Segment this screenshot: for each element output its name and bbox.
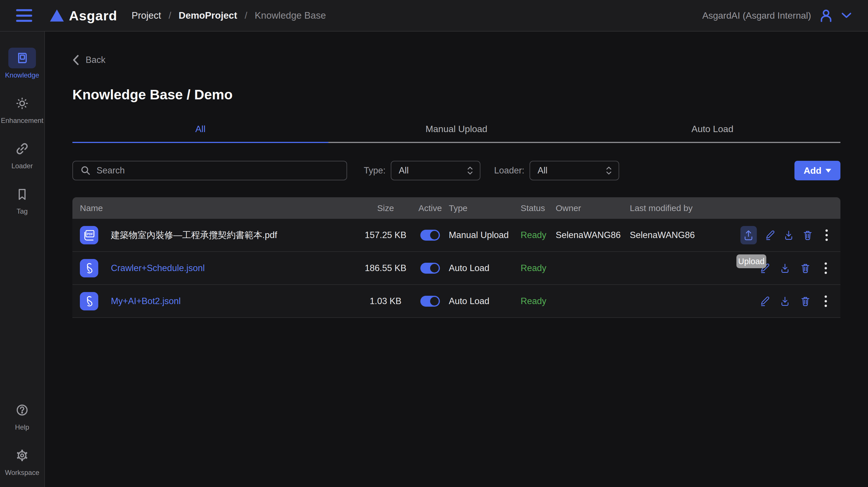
- filter-bar: Type: All Loader: All Add: [72, 161, 840, 180]
- logo-triangle-icon: [50, 9, 64, 22]
- sidebar-item-label: Workspace: [5, 468, 39, 477]
- sidebar-item-label: Enhancement: [1, 117, 43, 125]
- file-size: 186.55 KB: [360, 263, 411, 273]
- upload-button[interactable]: [740, 226, 757, 245]
- delete-button[interactable]: [799, 295, 812, 308]
- file-name-link[interactable]: Crawler+Schedule.jsonl: [111, 263, 205, 273]
- sidebar-item-help[interactable]: Help: [8, 400, 36, 431]
- type-filter-label: Type:: [364, 165, 385, 176]
- delete-button[interactable]: [799, 262, 812, 275]
- upload-icon: [742, 229, 755, 241]
- status-badge: Ready: [521, 230, 556, 240]
- search-icon: [81, 165, 91, 176]
- edit-button[interactable]: [764, 229, 776, 242]
- search-input[interactable]: [97, 165, 339, 176]
- sidebar-item-workspace[interactable]: Workspace: [5, 445, 39, 477]
- sidebar-item-knowledge[interactable]: Knowledge: [5, 48, 39, 79]
- delete-button[interactable]: [802, 229, 813, 242]
- table-row: PDF 建築物室內裝修—工程承攬契約書範本.pdf 157.25 KB Manu…: [72, 219, 840, 252]
- loader-filter-value: All: [537, 165, 547, 176]
- breadcrumb: Project / DemoProject / Knowledge Base: [132, 10, 326, 21]
- status-badge: Ready: [521, 296, 556, 306]
- jsonl-file-icon: [80, 259, 98, 278]
- active-toggle[interactable]: [420, 296, 440, 307]
- active-toggle[interactable]: [420, 230, 440, 240]
- hamburger-menu-icon[interactable]: [16, 9, 32, 22]
- caret-down-icon: [826, 169, 831, 172]
- main-content: Back Knowledge Base / Demo All Manual Up…: [45, 32, 868, 487]
- book-icon: [15, 51, 29, 65]
- more-actions-button[interactable]: [819, 262, 832, 275]
- select-chevrons-icon: [606, 166, 612, 175]
- file-type: Auto Load: [449, 296, 521, 306]
- sidebar-item-label: Tag: [17, 207, 28, 215]
- gear-icon: [15, 449, 29, 462]
- more-actions-button[interactable]: [819, 295, 832, 308]
- app-name: Asgard: [69, 8, 117, 24]
- app-logo: Asgard: [50, 8, 117, 24]
- tab-all[interactable]: All: [72, 124, 329, 143]
- file-last-modified-by: SelenaWANG86: [630, 230, 740, 240]
- sidebar-item-tag[interactable]: Tag: [8, 184, 36, 215]
- add-button[interactable]: Add: [795, 161, 840, 180]
- file-type: Manual Upload: [449, 230, 521, 240]
- page-title: Knowledge Base / Demo: [72, 87, 840, 102]
- column-header-last-modified-by: Last modified by: [630, 203, 740, 213]
- sidebar-item-enhancement[interactable]: Enhancement: [1, 93, 43, 125]
- table-row: My+AI+Bot2.jsonl 1.03 KB Auto Load Ready: [72, 285, 840, 318]
- download-button[interactable]: [783, 229, 795, 242]
- more-actions-button[interactable]: [820, 229, 832, 242]
- breadcrumb-demoproject[interactable]: DemoProject: [179, 10, 237, 21]
- loader-filter-select[interactable]: All: [530, 161, 619, 180]
- select-chevrons-icon: [467, 166, 473, 175]
- account-label: AsgardAI (Asgard Internal): [702, 10, 811, 21]
- back-button[interactable]: Back: [72, 55, 105, 65]
- download-button[interactable]: [778, 295, 792, 308]
- jsonl-file-icon: [80, 292, 98, 311]
- file-name: 建築物室內裝修—工程承攬契約書範本.pdf: [111, 229, 277, 241]
- sidebar: Knowledge Enhancement Loader Tag: [0, 32, 45, 487]
- upload-tooltip: Upload: [736, 254, 766, 268]
- knowledge-table: Name Size Active Type Status Owner Last …: [72, 197, 840, 318]
- column-header-size: Size: [360, 203, 411, 213]
- search-box[interactable]: [72, 161, 347, 180]
- tab-bar: All Manual Upload Auto Load: [72, 124, 840, 143]
- column-header-type: Type: [449, 203, 521, 213]
- column-header-name: Name: [72, 203, 360, 213]
- svg-text:PDF: PDF: [87, 232, 93, 236]
- status-badge: Ready: [521, 263, 556, 273]
- active-toggle[interactable]: [420, 263, 440, 274]
- table-header-row: Name Size Active Type Status Owner Last …: [72, 197, 840, 219]
- file-owner: SelenaWANG86: [556, 230, 630, 240]
- chevron-down-icon[interactable]: [841, 12, 852, 19]
- column-header-active: Active: [411, 203, 449, 213]
- breadcrumb-knowledge-base: Knowledge Base: [255, 10, 326, 21]
- breadcrumb-project[interactable]: Project: [132, 10, 161, 21]
- add-button-label: Add: [804, 165, 822, 176]
- sidebar-item-label: Knowledge: [5, 71, 39, 79]
- sidebar-item-label: Loader: [11, 162, 33, 170]
- table-row: Crawler+Schedule.jsonl 186.55 KB Auto Lo…: [72, 252, 840, 285]
- chevron-left-icon: [72, 55, 79, 65]
- back-label: Back: [86, 55, 105, 65]
- download-button[interactable]: [778, 262, 792, 275]
- pdf-file-icon: PDF: [80, 226, 98, 245]
- top-bar: Asgard Project / DemoProject / Knowledge…: [0, 0, 868, 32]
- tab-manual-upload[interactable]: Manual Upload: [329, 124, 584, 143]
- tab-auto-load[interactable]: Auto Load: [584, 124, 840, 143]
- sun-icon: [15, 96, 29, 110]
- sidebar-item-loader[interactable]: Loader: [8, 138, 36, 170]
- file-type: Auto Load: [449, 263, 521, 273]
- link-icon: [15, 142, 29, 156]
- help-circle-icon: [15, 403, 29, 417]
- edit-button[interactable]: [758, 295, 771, 308]
- file-name-link[interactable]: My+AI+Bot2.jsonl: [111, 296, 181, 306]
- type-filter-select[interactable]: All: [391, 161, 480, 180]
- breadcrumb-separator: /: [245, 10, 247, 21]
- user-icon[interactable]: [818, 8, 834, 23]
- sidebar-item-label: Help: [15, 423, 29, 431]
- breadcrumb-separator: /: [169, 10, 171, 21]
- type-filter-value: All: [399, 165, 409, 176]
- file-size: 1.03 KB: [360, 296, 411, 306]
- loader-filter-label: Loader:: [494, 165, 524, 176]
